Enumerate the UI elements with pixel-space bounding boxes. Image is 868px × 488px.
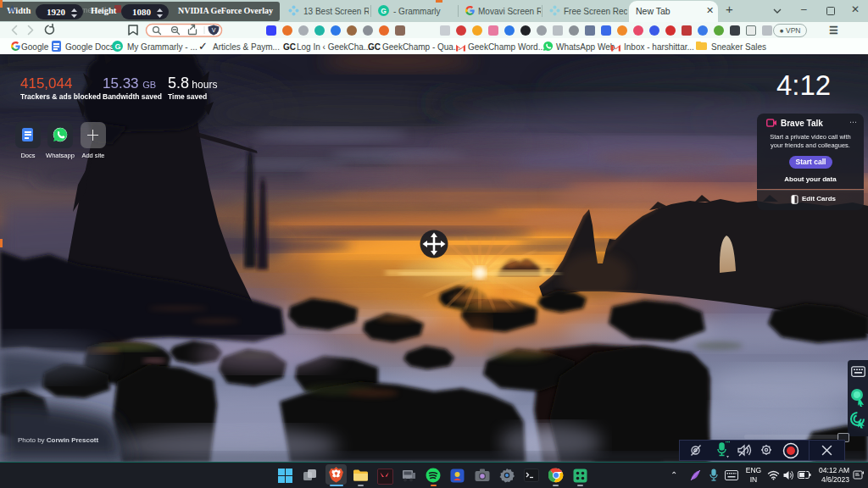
- svg-text:G: G: [381, 7, 387, 15]
- svg-text:V: V: [212, 27, 216, 33]
